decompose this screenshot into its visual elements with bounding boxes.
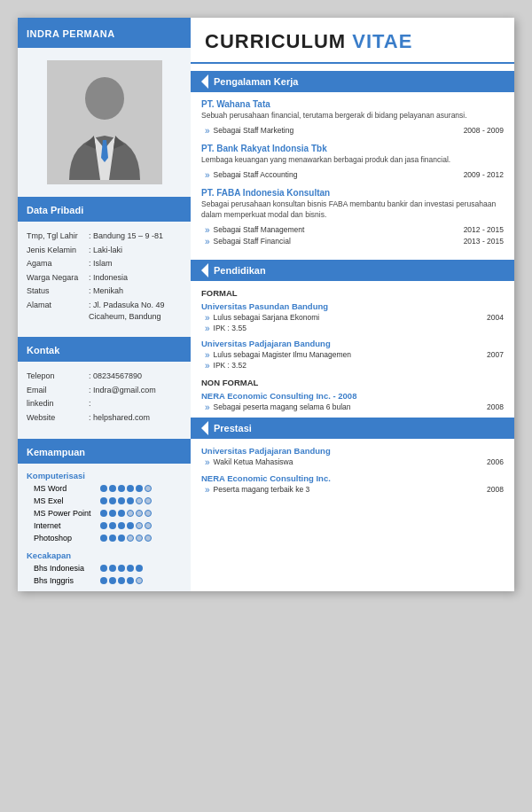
pendidikan-title: Pendidikan xyxy=(214,265,266,276)
job-pt-wahana: PT. Wahana Tata Sebuah perusahaan financ… xyxy=(191,99,514,144)
kontak-title: Kontak xyxy=(27,345,59,355)
company-name: PT. Bank Rakyat Indonsia Tbk xyxy=(201,144,504,153)
komputerisasi-label: Komputerisasi xyxy=(18,469,191,480)
avatar-icon xyxy=(56,65,153,180)
svg-point-0 xyxy=(85,77,124,120)
company-desc: Sebagai perusahaan konsultan bisnis FABA… xyxy=(201,199,504,221)
edu-row: Lulus sebagai Magister Ilmu Managemen 20… xyxy=(201,350,504,360)
data-pribadi-title: Data Pribadi xyxy=(27,205,83,215)
pengalaman-title: Pengalaman Kerja xyxy=(214,76,298,87)
cv-page: INDRA PERMANA Data Pribadi xyxy=(18,18,514,591)
company-name: PT. Wahana Tata xyxy=(201,99,504,109)
skill-bhs-indonesia: Bhs Indonesia xyxy=(18,563,191,574)
skill-internet: Internet xyxy=(18,520,191,531)
photo-area xyxy=(47,60,162,184)
formal-label: FORMAL xyxy=(201,288,504,298)
pengalaman-section: Pengalaman Kerja PT. Wahana Tata Sebuah … xyxy=(191,71,514,254)
job-pt-faba: PT. FABA Indonesia Konsultan Sebagai per… xyxy=(191,188,514,254)
uni-padjajaran: Universitas Padjajaran Bandung xyxy=(201,339,504,348)
cv-heading: CURRICULUM VITAE xyxy=(205,30,500,53)
list-item: Telepon : 08234567890 xyxy=(27,371,182,382)
skill-photoshop: Photoshop xyxy=(18,533,191,543)
left-column: INDRA PERMANA Data Pribadi xyxy=(18,18,191,591)
edu-content: FORMAL Universitas Pasundan Bandung Lulu… xyxy=(191,288,514,412)
company-desc: Sebuah perusahaan financial, terutama be… xyxy=(201,111,504,121)
prestasi-uni-2: NERA Economic Consulting Inc. xyxy=(201,473,504,483)
list-item: Warga Negara : Indonesia xyxy=(27,272,182,284)
kontak-section: Kontak Telepon : 08234567890 Email : Ind… xyxy=(18,337,191,433)
company-name: PT. FABA Indonesia Konsultan xyxy=(201,188,504,198)
vitae-text: VITAE xyxy=(352,30,412,52)
kontak-table: Telepon : 08234567890 Email : Indra@gmai… xyxy=(18,367,191,433)
job-role-row: Sebagai Staff Accounting 2009 - 2012 xyxy=(201,169,504,181)
full-name: INDRA PERMANA xyxy=(27,28,115,39)
job-pt-bri: PT. Bank Rakyat Indonsia Tbk Lembaga keu… xyxy=(191,144,514,188)
job-role-row: Sebagai Staff Financial 2013 - 2015 xyxy=(201,236,504,247)
nonformal-label: NON FORMAL xyxy=(201,378,504,387)
list-item: Agama : Islam xyxy=(27,258,182,269)
curriculum-text: CURRICULUM xyxy=(205,30,352,52)
pengalaman-header: Pengalaman Kerja xyxy=(191,71,514,92)
edu-row: Sebagai peserta magang selama 6 bulan 20… xyxy=(201,402,504,412)
list-item: Jenis Kelamin : Laki-laki xyxy=(27,245,182,256)
data-pribadi-table: Tmp, Tgl Lahir : Bandung 15 – 9 -81 Jeni… xyxy=(18,227,191,332)
edu-row: IPK : 3.52 xyxy=(201,361,504,371)
pendidikan-header: Pendidikan xyxy=(191,260,514,281)
list-item: Email : Indra@gmail.com xyxy=(27,385,182,396)
kontak-header: Kontak xyxy=(18,337,191,362)
kemampuan-section: Kemampuan Komputerisasi MS Word MS Exel xyxy=(18,439,191,586)
right-column: CURRICULUM VITAE Pengalaman Kerja PT. Wa… xyxy=(191,18,514,591)
kemampuan-title: Kemampuan xyxy=(27,447,85,457)
skill-msexel: MS Exel xyxy=(18,496,191,506)
prestasi-title: Prestasi xyxy=(214,423,252,433)
prestasi-row: Wakil Ketua Mahasiswa 2006 xyxy=(201,457,504,467)
company-desc: Lembaga keuangan yang menawarkan berbaga… xyxy=(201,155,504,166)
list-item: Alamat : Jl. Padasuka No. 49 Cicaheum, B… xyxy=(27,300,182,322)
uni-pasundan: Universitas Pasundan Bandung xyxy=(201,301,504,311)
prestasi-section: Prestasi Universitas Padjajaran Bandung … xyxy=(191,418,514,504)
skill-bhs-inggris: Bhs Inggris xyxy=(18,575,191,586)
prestasi-row: Peserta magang terbaik ke 3 2008 xyxy=(201,485,504,495)
skill-msword: MS Word xyxy=(18,483,191,494)
name-bar: INDRA PERMANA xyxy=(18,18,191,48)
edu-row: IPK : 3.55 xyxy=(201,324,504,333)
kecakapan-label: Kecakapan xyxy=(18,549,191,560)
edu-row: Lulus sebagai Sarjana Ekonomi 2004 xyxy=(201,313,504,323)
data-pribadi-header: Data Pribadi xyxy=(18,197,191,222)
prestasi-uni-1: Universitas Padjajaran Bandung xyxy=(201,446,504,456)
data-pribadi-section: Data Pribadi Tmp, Tgl Lahir : Bandung 15… xyxy=(18,197,191,332)
skill-mspowerpoint: MS Power Point xyxy=(18,508,191,519)
list-item: Status : Menikah xyxy=(27,285,182,297)
kemampuan-header: Kemampuan xyxy=(18,439,191,464)
list-item: Tmp, Tgl Lahir : Bandung 15 – 9 -81 xyxy=(27,230,182,242)
list-item: Website : helpshared.com xyxy=(27,412,182,424)
pendidikan-section: Pendidikan FORMAL Universitas Pasundan B… xyxy=(191,260,514,412)
uni-nera: NERA Economic Consulting Inc. - 2008 xyxy=(201,391,504,401)
prestasi-header: Prestasi xyxy=(191,418,514,439)
cv-title: CURRICULUM VITAE xyxy=(191,18,514,64)
job-role-row: Sebagai Staff Management 2012 - 2015 xyxy=(201,224,504,236)
list-item: linkedin : xyxy=(27,398,182,410)
prestasi-content: Universitas Padjajaran Bandung Wakil Ket… xyxy=(191,446,514,504)
job-role-row: Sebagai Staff Marketing 2008 - 2009 xyxy=(201,125,504,137)
